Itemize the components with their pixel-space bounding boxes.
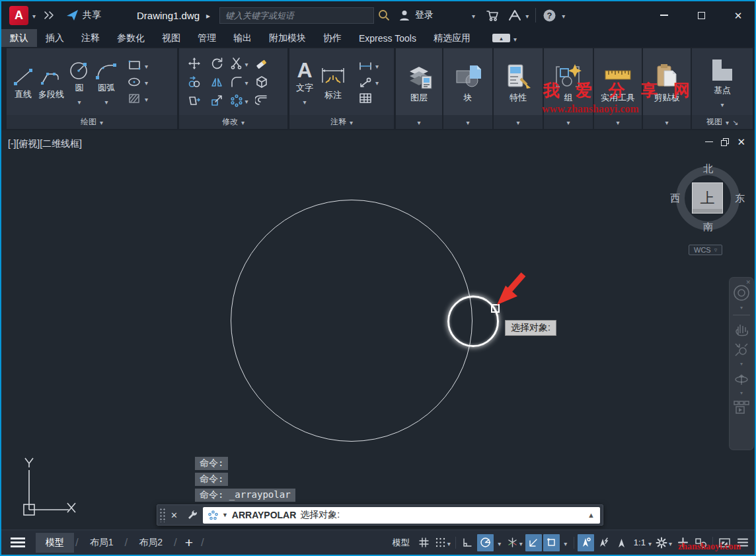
polar-dropdown-icon[interactable]: [498, 537, 501, 548]
login-dropdown-icon[interactable]: [472, 10, 475, 20]
properties-button[interactable]: 特性: [503, 60, 533, 104]
search-icon[interactable]: [378, 9, 390, 21]
array-dropdown-icon[interactable]: [245, 95, 248, 106]
snap-dropdown-icon[interactable]: [447, 537, 451, 548]
isodraft-dropdown-icon[interactable]: [519, 537, 523, 548]
model-space-toggle[interactable]: 模型: [388, 537, 414, 549]
panel-modify-expand-icon[interactable]: [241, 118, 245, 127]
navbar-close-icon[interactable]: ✕: [745, 279, 751, 286]
arc-dropdown-icon[interactable]: [104, 95, 108, 107]
tab-output[interactable]: 输出: [225, 29, 260, 47]
workspace-switching-button[interactable]: [654, 534, 673, 551]
tab-default[interactable]: 默认: [1, 29, 37, 47]
qat-expand-icon[interactable]: [44, 11, 56, 20]
autodesk-logo-icon[interactable]: [508, 9, 521, 21]
tab-parametric[interactable]: 参数化: [108, 29, 153, 47]
text-dropdown-icon[interactable]: [303, 95, 306, 107]
viewcube-south[interactable]: 南: [703, 221, 713, 233]
command-line-bar[interactable]: ✕ ▼ ARRAYPOLAR 选择对象: ▲: [157, 504, 603, 526]
object-snap-tracking-toggle[interactable]: [525, 534, 542, 551]
grid-display-toggle[interactable]: [416, 534, 432, 551]
panel-properties-expand-icon[interactable]: [516, 118, 519, 127]
tab-featured-apps[interactable]: 精选应用: [425, 29, 479, 47]
rectangle-dropdown-icon[interactable]: [145, 60, 148, 71]
tab-view[interactable]: 视图: [153, 29, 189, 47]
panel-view-launcher-icon[interactable]: [732, 118, 738, 127]
tab-addins[interactable]: 附加模块: [260, 29, 315, 47]
workspace-dropdown-icon[interactable]: [669, 537, 672, 548]
offset-button[interactable]: [255, 94, 268, 107]
annotation-autoscale-toggle[interactable]: [595, 534, 612, 551]
orbit-icon[interactable]: [734, 371, 749, 387]
stretch-button[interactable]: [188, 94, 201, 107]
window-maximize-button[interactable]: [691, 6, 711, 24]
navwheel-icon[interactable]: [733, 284, 750, 301]
layout-menu-burger-icon[interactable]: [11, 537, 25, 547]
tab-express-tools[interactable]: Express Tools: [350, 29, 425, 47]
command-tools-wrench-icon[interactable]: [187, 510, 198, 521]
viewport-controls-label[interactable]: [-][俯视][二维线框]: [8, 138, 82, 150]
polyline-button[interactable]: 多段线: [38, 63, 64, 100]
arc-button[interactable]: 圆弧: [94, 57, 118, 107]
tab-manage[interactable]: 管理: [189, 29, 225, 47]
panel-clipboard-expand-icon[interactable]: [665, 118, 668, 127]
panel-view-expand-icon[interactable]: [726, 118, 729, 127]
drawing-canvas[interactable]: [-][俯视][二维线框] ✕ 选择对象: 北 西 东 南 上 WCS ✕ ▾: [1, 130, 755, 530]
fillet-button[interactable]: [230, 75, 248, 89]
linear-dim-button[interactable]: [358, 60, 379, 71]
osnap-dropdown-icon[interactable]: [564, 537, 567, 548]
tab-annotate[interactable]: 注释: [73, 29, 108, 47]
panel-annotation-expand-icon[interactable]: [350, 118, 353, 127]
app-logo-button[interactable]: A: [9, 6, 28, 25]
user-icon[interactable]: [398, 9, 411, 22]
command-icon-dropdown[interactable]: ▼: [222, 512, 228, 518]
fillet-dropdown-icon[interactable]: [245, 76, 248, 88]
polar-dropdown[interactable]: [495, 534, 504, 551]
command-input-field[interactable]: ▼ ARRAYPOLAR 选择对象: ▲: [203, 507, 600, 524]
table-button[interactable]: [358, 93, 379, 104]
object-snap-toggle[interactable]: [543, 534, 560, 551]
linear-dim-dropdown-icon[interactable]: [375, 60, 379, 71]
window-minimize-button[interactable]: [654, 6, 674, 24]
erase-button[interactable]: [255, 57, 268, 70]
circle-button[interactable]: 圆: [68, 57, 91, 107]
tab-collaborate[interactable]: 协作: [315, 29, 350, 47]
panel-groups-expand-icon[interactable]: [566, 118, 570, 127]
panel-clipboard-title[interactable]: [643, 115, 691, 129]
viewport-minimize-icon[interactable]: [705, 141, 713, 143]
leader-dropdown-icon[interactable]: [375, 76, 379, 88]
copy-button[interactable]: [188, 75, 201, 89]
drawing-circle-large[interactable]: [231, 200, 472, 442]
viewcube-east[interactable]: 东: [735, 192, 745, 205]
store-cart-icon[interactable]: [486, 9, 499, 22]
panel-block-title[interactable]: [443, 115, 492, 129]
panel-annotation-title[interactable]: 注释: [289, 115, 394, 129]
rotate-button[interactable]: [210, 57, 223, 70]
scale-button[interactable]: [210, 94, 223, 107]
viewcube-top-face[interactable]: 上: [692, 182, 723, 214]
ortho-mode-toggle[interactable]: [459, 534, 476, 551]
zoom-icon[interactable]: [734, 342, 749, 358]
annotation-scale-button[interactable]: 1:1: [631, 534, 653, 551]
login-button[interactable]: 登录: [415, 9, 434, 21]
leader-button[interactable]: [358, 76, 379, 88]
rectangle-button[interactable]: [128, 60, 148, 71]
showmotion-icon[interactable]: [733, 400, 750, 415]
command-bar-grip[interactable]: [159, 508, 166, 522]
panel-draw-expand-icon[interactable]: [100, 118, 103, 127]
share-icon[interactable]: [66, 9, 79, 21]
panel-properties-title[interactable]: [494, 115, 543, 129]
viewcube-north[interactable]: 北: [703, 163, 713, 175]
basepoint-button[interactable]: 基点: [707, 54, 737, 110]
pan-hand-icon[interactable]: [734, 321, 749, 337]
viewport-close-icon[interactable]: ✕: [737, 137, 745, 147]
basepoint-dropdown-icon[interactable]: [720, 98, 724, 110]
navwheel-dropdown-icon[interactable]: ▾: [740, 307, 743, 309]
dimension-button[interactable]: 标注: [320, 63, 346, 101]
move-button[interactable]: [188, 57, 201, 70]
panel-utilities-title[interactable]: [594, 115, 642, 129]
osnap-dropdown[interactable]: [561, 534, 570, 551]
orbit-dropdown-icon[interactable]: ▾: [740, 392, 743, 395]
panel-layers-title[interactable]: [396, 115, 442, 129]
annotation-visibility-toggle[interactable]: [578, 534, 594, 551]
